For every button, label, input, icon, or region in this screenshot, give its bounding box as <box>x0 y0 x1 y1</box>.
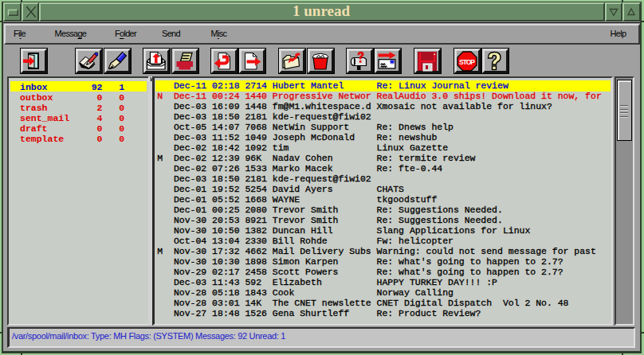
svg-text:STOP: STOP <box>459 58 475 66</box>
